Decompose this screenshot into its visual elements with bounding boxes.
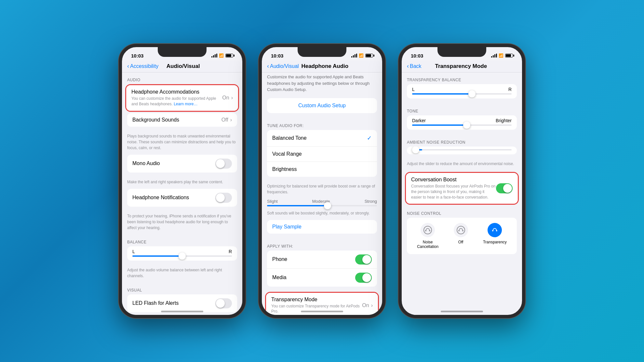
phone-1: 10:03 📶 ‹ Accessibility Audio/Visual AUD… [119, 44, 246, 318]
media-content: Media [272, 275, 355, 280]
noise-transparency-option[interactable]: Transparency [483, 223, 507, 249]
svg-point-1 [425, 230, 426, 231]
battery-2 [365, 54, 373, 58]
back-button-2[interactable]: ‹ Audio/Visual [267, 63, 299, 70]
ambient-noise-label: AMBIENT NOISE REDUCTION [402, 135, 522, 147]
tone-slider-container: Darker Brighter [407, 115, 517, 130]
noise-off-label: Off [458, 240, 463, 244]
balance-thumb[interactable] [179, 252, 186, 260]
noise-off-option[interactable]: Off [454, 223, 468, 249]
noise-cancellation-option[interactable]: NoiseCancellation [417, 223, 438, 249]
background-sounds-row[interactable]: Background Sounds Off › [127, 113, 237, 127]
notif-desc: To protect your hearing, iPhone sends a … [122, 212, 242, 235]
home-indicator-1 [161, 311, 203, 312]
tb-left: L [412, 87, 415, 92]
strength-fill [267, 205, 328, 206]
nav-title-2: Headphone Audio [299, 63, 351, 70]
screen-content-1: AUDIO Headphone Accommodations You can c… [122, 72, 242, 318]
transparency-mode-row[interactable]: Transparency Mode You can customize Tran… [266, 293, 378, 318]
headphone-notif-thumb [216, 193, 225, 202]
tb-track[interactable] [412, 93, 512, 95]
balance-fill [132, 255, 182, 257]
headphone-notif-toggle[interactable] [215, 193, 232, 203]
tb-slider-container: L R [407, 84, 517, 98]
balance-right: R [229, 249, 232, 254]
ambient-track[interactable] [412, 149, 512, 150]
headphone-content: Headphone Accommodations You can customi… [131, 89, 222, 107]
headphone-chevron: › [231, 95, 233, 101]
bg-value: Off › [221, 117, 232, 123]
apply-options-group: Phone Media [267, 251, 377, 287]
nav-title-1: Audio/Visual [158, 63, 208, 70]
mono-toggle-thumb [216, 159, 225, 168]
headphone-notif-row[interactable]: Headphone Notifications [127, 189, 237, 207]
notch-3 [437, 47, 486, 57]
noise-cancel-icon [421, 223, 435, 237]
mono-desc: Make the left and right speakers play th… [122, 178, 242, 189]
tune-vocal-row[interactable]: Vocal Range [267, 147, 377, 162]
tune-balanced-row[interactable]: Balanced Tone ✓ [267, 130, 377, 147]
notif-title: Headphone Notifications [132, 195, 215, 200]
led-toggle[interactable] [215, 298, 232, 308]
tb-labels: L R [412, 87, 512, 92]
headphone-accommodations-row[interactable]: Headphone Accommodations You can customi… [126, 85, 238, 111]
nav-bar-1: ‹ Accessibility Audio/Visual [122, 61, 242, 72]
tone-thumb[interactable] [463, 122, 470, 129]
transparency-mode-highlight: Transparency Mode You can customize Tran… [265, 292, 379, 318]
balance-track[interactable] [132, 255, 232, 257]
home-indicator-2 [301, 311, 343, 312]
phone-title: Phone [272, 256, 355, 262]
mono-audio-row[interactable]: Mono Audio [127, 155, 237, 173]
custom-audio-button[interactable]: Custom Audio Setup [267, 98, 377, 113]
media-toggle[interactable] [355, 273, 372, 283]
strong-label: Strong [365, 199, 377, 204]
conversation-boost-row[interactable]: Conversation Boost Conversation Boost fo… [406, 173, 518, 204]
led-title: LED Flash for Alerts [132, 300, 215, 306]
background-sounds-group: Background Sounds Off › [127, 113, 237, 127]
mono-audio-group: Mono Audio [127, 155, 237, 173]
noise-control-label: NOISE CONTROL [402, 206, 522, 218]
tone-track[interactable] [412, 124, 512, 126]
tb-fill [412, 93, 472, 95]
strength-thumb[interactable] [324, 202, 331, 209]
back-button-3[interactable]: ‹ Back [407, 63, 422, 70]
tb-thumb[interactable] [468, 90, 476, 97]
back-button-1[interactable]: ‹ Accessibility [127, 63, 158, 70]
svg-point-5 [462, 230, 463, 231]
section-label-audio: AUDIO [122, 72, 242, 84]
media-row[interactable]: Media [267, 269, 377, 287]
phone-toggle[interactable] [355, 254, 372, 265]
conversation-boost-toggle[interactable] [496, 183, 513, 193]
strength-track[interactable] [267, 205, 377, 206]
wifi-icon-2: 📶 [359, 53, 364, 58]
apply-with-label: APPLY WITH: [262, 239, 382, 251]
ambient-slider-container [407, 147, 517, 154]
tone-group: Darker Brighter [407, 115, 517, 130]
svg-point-6 [491, 226, 499, 234]
cb-title: Conversation Boost [411, 177, 496, 183]
phone-3: 10:03 📶 ‹ Back Transparency Mode TRANSPA… [398, 44, 525, 318]
phone-2: 10:03 📶 ‹ Audio/Visual Headphone Audio C… [259, 44, 385, 318]
slight-label: Slight [267, 199, 278, 204]
led-flash-row[interactable]: LED Flash for Alerts [127, 294, 237, 312]
phone-toggle-thumb [362, 255, 371, 264]
back-chevron-2: ‹ [267, 63, 269, 70]
balance-group: L R [127, 246, 237, 261]
noise-transparency-label: Transparency [483, 240, 507, 244]
bg-content: Background Sounds [132, 117, 221, 123]
strength-slider-wrapper [262, 205, 382, 209]
learn-more-link[interactable]: Learn more… [174, 102, 197, 106]
mono-toggle[interactable] [215, 159, 232, 169]
signal-2 [351, 54, 357, 58]
home-indicator-3 [441, 311, 483, 312]
ambient-thumb[interactable] [412, 147, 419, 153]
phone-row[interactable]: Phone [267, 251, 377, 269]
media-toggle-thumb [362, 273, 371, 282]
svg-point-0 [424, 226, 432, 234]
cb-toggle-thumb [503, 184, 512, 193]
headphone-notif-group: Headphone Notifications [127, 189, 237, 207]
tune-brightness-row[interactable]: Brightness [267, 162, 377, 177]
play-sample-button[interactable]: Play Sample [267, 220, 377, 234]
transparency-group: Transparency Mode You can customize Tran… [266, 293, 378, 318]
back-label-2: Audio/Visual [270, 63, 299, 69]
